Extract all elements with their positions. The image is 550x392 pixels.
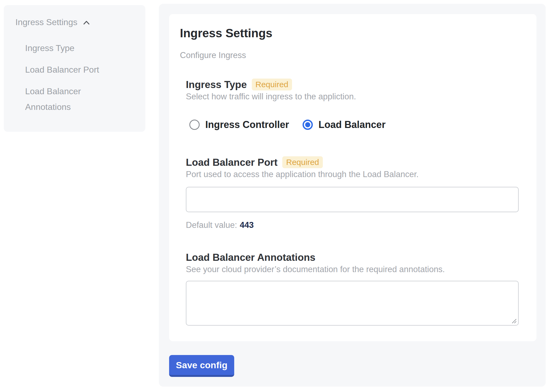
default-value-label: Default value: (186, 220, 237, 230)
section-ingress-type: Ingress Type Required Select how traffic… (186, 78, 519, 131)
section-load-balancer-port: Load Balancer Port Required Port used to… (186, 156, 519, 231)
section-heading-ingress-type: Ingress Type (186, 78, 247, 91)
page-title: Ingress Settings (180, 26, 519, 40)
section-description: See your cloud provider’s documentation … (186, 264, 519, 275)
required-badge: Required (252, 79, 292, 90)
load-balancer-annotations-textarea[interactable] (186, 281, 519, 326)
section-description: Port used to access the application thro… (186, 169, 519, 180)
settings-sections: Ingress Type Required Select how traffic… (186, 78, 519, 326)
radio-option-ingress-controller[interactable]: Ingress Controller (189, 119, 289, 131)
section-description: Select how traffic will ingress to the a… (186, 91, 519, 102)
sidebar-sub-items: Ingress Type Load Balancer Port Load Bal… (15, 40, 137, 115)
sidebar-item-ingress-type[interactable]: Ingress Type (25, 40, 114, 56)
save-config-button[interactable]: Save config (169, 355, 234, 377)
radio-option-label: Load Balancer (318, 119, 385, 131)
main-panel: Ingress Settings Configure Ingress Ingre… (159, 4, 546, 387)
radio-option-label: Ingress Controller (205, 119, 289, 131)
settings-nav-sidebar: Ingress Settings Ingress Type Load Balan… (4, 5, 145, 132)
section-heading-row: Load Balancer Annotations (186, 251, 519, 264)
annotations-textarea-wrap (186, 281, 519, 326)
load-balancer-port-input[interactable] (186, 187, 519, 212)
sidebar-item-load-balancer-annotations[interactable]: Load Balancer Annotations (25, 83, 114, 115)
radio-unselected-icon[interactable] (189, 120, 200, 130)
section-heading-row: Load Balancer Port Required (186, 156, 519, 169)
section-heading-load-balancer-port: Load Balancer Port (186, 156, 277, 169)
default-value-row: Default value:443 (186, 220, 519, 231)
required-badge: Required (282, 156, 323, 168)
sidebar-item-load-balancer-port[interactable]: Load Balancer Port (25, 62, 114, 77)
section-heading-load-balancer-annotations: Load Balancer Annotations (186, 251, 316, 264)
chevron-up-icon (82, 18, 91, 28)
section-heading-row: Ingress Type Required (186, 78, 519, 91)
radio-option-load-balancer[interactable]: Load Balancer (303, 119, 385, 131)
default-value: 443 (240, 220, 254, 230)
section-load-balancer-annotations: Load Balancer Annotations See your cloud… (186, 251, 519, 326)
sidebar-group-label: Ingress Settings (15, 16, 77, 28)
sidebar-group-ingress-settings[interactable]: Ingress Settings (15, 16, 137, 28)
ingress-type-radio-group: Ingress Controller Load Balancer (189, 119, 519, 131)
radio-selected-icon[interactable] (303, 120, 313, 130)
ingress-settings-card: Ingress Settings Configure Ingress Ingre… (169, 14, 536, 341)
page-subtitle: Configure Ingress (180, 50, 519, 60)
